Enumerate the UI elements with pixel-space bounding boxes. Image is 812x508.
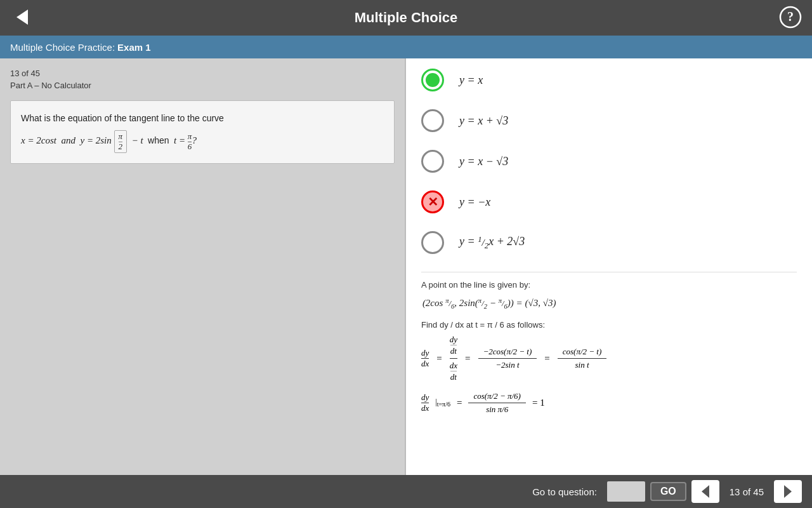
header: Multiple Choice ? bbox=[0, 0, 812, 36]
question-count: 13 of 45 bbox=[730, 486, 764, 497]
radio-D[interactable] bbox=[421, 190, 444, 213]
choice-C-math: y = x − √3 bbox=[459, 155, 508, 168]
question-box: What is the equation of the tangent line… bbox=[10, 100, 395, 164]
question-part: Part A – No Calculator bbox=[10, 81, 395, 90]
svg-marker-0 bbox=[16, 10, 28, 25]
exam-label: Exam 1 bbox=[117, 42, 151, 53]
question-text: What is the equation of the tangent line… bbox=[21, 111, 384, 125]
page-title: Multiple Choice bbox=[355, 10, 458, 26]
goto-input[interactable] bbox=[607, 481, 645, 502]
question-expression: x = 2cost and y = 2sin π 2 − t when t = … bbox=[21, 130, 384, 153]
solution-dydx-row: dy dx = dy dt dx dt = bbox=[421, 335, 797, 382]
radio-A[interactable] bbox=[421, 69, 444, 91]
choice-C[interactable]: y = x − √3 bbox=[421, 150, 797, 173]
choice-A-math: y = x bbox=[459, 74, 483, 87]
help-button[interactable]: ? bbox=[779, 6, 802, 30]
choice-D[interactable]: y = −x bbox=[421, 190, 797, 213]
prev-button[interactable] bbox=[691, 480, 719, 503]
svg-marker-3 bbox=[702, 485, 709, 498]
goto-label: Go to question: bbox=[532, 486, 597, 497]
bottom-bar: Go to question: GO 13 of 45 bbox=[0, 475, 812, 508]
choice-A[interactable]: y = x bbox=[421, 69, 797, 91]
next-button[interactable] bbox=[774, 480, 802, 503]
solution-point-label: A point on the line is given by: bbox=[421, 280, 797, 290]
when-text: when bbox=[148, 136, 169, 146]
svg-marker-4 bbox=[784, 485, 792, 498]
choice-D-math: y = −x bbox=[459, 196, 490, 209]
sub-header-label: Multiple Choice Practice: bbox=[10, 42, 115, 53]
question-meta: 13 of 45 bbox=[10, 69, 395, 78]
solution-section: A point on the line is given by: (2cos π… bbox=[421, 272, 797, 416]
choice-E-math: y = 1/2x + 2√3 bbox=[459, 234, 525, 250]
choice-B[interactable]: y = x + √3 bbox=[421, 109, 797, 132]
right-panel: y = x y = x + √3 y = x − √3 y = −x y = 1… bbox=[406, 58, 812, 475]
back-button[interactable] bbox=[10, 6, 33, 30]
go-button[interactable]: GO bbox=[650, 482, 686, 501]
solution-dydx-at-row: dy dx |t=π/6 = cos(π/2 − π/6) sin π/6 = … bbox=[421, 390, 797, 416]
choice-B-math: y = x + √3 bbox=[459, 114, 508, 128]
main-content: 13 of 45 Part A – No Calculator What is … bbox=[0, 58, 812, 475]
choice-E[interactable]: y = 1/2x + 2√3 bbox=[421, 231, 797, 254]
question-main-text: What is the equation of the tangent line… bbox=[21, 113, 224, 123]
solution-point-expr: (2cos π/6, 2sin(π/2 − π/6)) = (√3, √3) bbox=[421, 295, 797, 312]
svg-text:?: ? bbox=[787, 10, 794, 23]
left-panel: 13 of 45 Part A – No Calculator What is … bbox=[0, 58, 406, 475]
radio-B[interactable] bbox=[421, 109, 444, 132]
sub-header: Multiple Choice Practice: Exam 1 bbox=[0, 36, 812, 58]
radio-C[interactable] bbox=[421, 150, 444, 173]
solution-find-label: Find dy / dx at t = π / 6 as follows: bbox=[421, 320, 797, 330]
radio-E[interactable] bbox=[421, 231, 444, 254]
